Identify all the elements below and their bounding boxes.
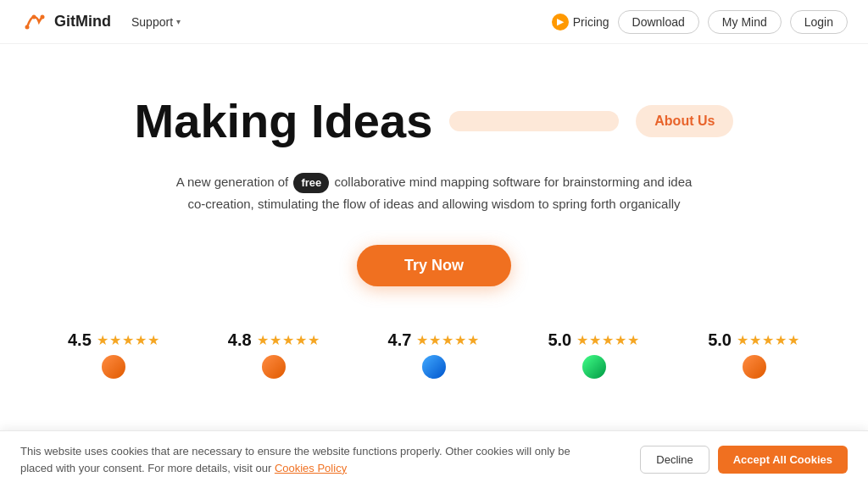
- ratings-row: 4.5 ★★★★★ 4.8 ★★★★★ 4.7 ★★★★★ 5.0 ★★★★★ …: [0, 330, 868, 379]
- rating-num-5: 5.0: [708, 330, 732, 350]
- rating-stars-3: ★★★★★: [416, 332, 480, 348]
- rating-avatar-5: [743, 355, 766, 379]
- navbar: GitMind Support ▾ ▶ Pricing Download My …: [0, 0, 868, 44]
- cookie-banner: This website uses cookies that are neces…: [0, 430, 868, 488]
- rating-score-row-3: 4.7 ★★★★★: [388, 330, 481, 350]
- cookie-buttons: Decline Accept All Cookies: [640, 446, 848, 474]
- about-us-button[interactable]: About Us: [636, 105, 733, 137]
- rating-avatar-2: [262, 355, 286, 379]
- hero-decorative-bar: [449, 111, 619, 131]
- svg-point-2: [32, 14, 36, 19]
- navbar-right: ▶ Pricing Download My Mind Login: [552, 10, 848, 34]
- svg-point-3: [41, 14, 45, 19]
- free-badge: free: [293, 173, 329, 193]
- svg-point-1: [25, 25, 30, 29]
- logo-text: GitMind: [54, 13, 111, 30]
- subtitle-part1: A new generation of: [176, 175, 289, 189]
- rating-item-3: 4.7 ★★★★★: [388, 330, 481, 379]
- navbar-left: GitMind Support ▾: [20, 8, 181, 36]
- hero-subtitle: A new generation of free collaborative m…: [171, 171, 697, 215]
- try-now-button[interactable]: Try Now: [357, 245, 511, 286]
- login-button[interactable]: Login: [790, 10, 848, 34]
- gitmind-logo-icon: [20, 8, 47, 36]
- rating-avatar-4: [582, 355, 606, 379]
- rating-num-4: 5.0: [548, 330, 571, 350]
- hero-title: Making Ideas: [135, 95, 433, 147]
- rating-item-1: 4.5 ★★★★★: [68, 330, 160, 379]
- rating-num-3: 4.7: [388, 330, 412, 350]
- cookies-policy-link[interactable]: Cookies Policy: [275, 462, 347, 474]
- rating-stars-5: ★★★★★: [737, 332, 800, 348]
- rating-num-2: 4.8: [228, 330, 252, 350]
- rating-num-1: 4.5: [68, 330, 92, 350]
- rating-stars-4: ★★★★★: [576, 332, 640, 348]
- rating-stars-1: ★★★★★: [97, 332, 160, 348]
- rating-item-2: 4.8 ★★★★★: [228, 330, 320, 379]
- rating-score-row-1: 4.5 ★★★★★: [68, 330, 160, 350]
- rating-score-row-4: 5.0 ★★★★★: [548, 330, 640, 350]
- rating-item-4: 5.0 ★★★★★: [548, 330, 640, 379]
- rating-avatar-1: [102, 355, 125, 379]
- rating-score-row-5: 5.0 ★★★★★: [708, 330, 800, 350]
- hero-title-row: Making Ideas About Us: [135, 95, 734, 147]
- my-mind-button[interactable]: My Mind: [708, 10, 782, 34]
- accept-all-cookies-button[interactable]: Accept All Cookies: [718, 446, 848, 474]
- rating-stars-2: ★★★★★: [257, 332, 320, 348]
- pricing-label: Pricing: [573, 15, 609, 29]
- download-button[interactable]: Download: [618, 10, 699, 34]
- hero-section: Making Ideas About Us A new generation o…: [0, 44, 868, 286]
- rating-score-row-2: 4.8 ★★★★★: [228, 330, 320, 350]
- decline-button[interactable]: Decline: [640, 446, 709, 474]
- pricing-icon: ▶: [552, 14, 569, 30]
- cookie-text: This website uses cookies that are neces…: [20, 443, 597, 476]
- chevron-down-icon: ▾: [176, 17, 181, 26]
- logo[interactable]: GitMind: [20, 8, 111, 36]
- pricing-nav-item[interactable]: ▶ Pricing: [552, 14, 609, 30]
- rating-avatar-3: [422, 355, 446, 379]
- svg-point-0: [20, 8, 47, 36]
- support-nav-item[interactable]: Support ▾: [131, 15, 181, 29]
- rating-item-5: 5.0 ★★★★★: [708, 330, 800, 379]
- support-label: Support: [131, 15, 173, 29]
